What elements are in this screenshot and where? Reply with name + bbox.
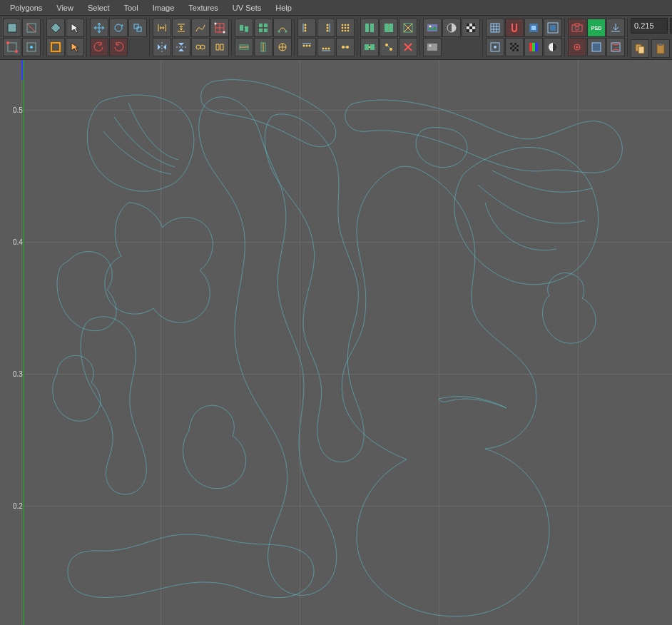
svg-rect-9 (134, 24, 138, 29)
move-sew-edges-button[interactable] (360, 38, 379, 56)
uv-shell (543, 273, 596, 343)
svg-rect-16 (240, 25, 243, 31)
edit-uv-button[interactable] (568, 38, 586, 56)
align-v-max-button[interactable] (317, 38, 335, 56)
svg-rect-7 (51, 43, 60, 51)
toggle-shade-button[interactable] (587, 38, 606, 56)
menu-image[interactable]: Image (146, 1, 182, 14)
pixel-snap-button[interactable] (486, 38, 504, 56)
merge-uv-button[interactable] (380, 38, 398, 56)
uv-shell (81, 317, 146, 494)
svg-point-33 (342, 24, 344, 26)
selection-convert-group (3, 19, 44, 56)
svg-point-48 (342, 46, 345, 49)
toggle-image-button[interactable] (423, 19, 442, 37)
display-alpha-button[interactable] (544, 38, 562, 56)
u-coord-input[interactable] (631, 18, 668, 34)
convert-edge-button[interactable] (22, 19, 41, 37)
svg-point-42 (303, 45, 305, 47)
update-psd-button[interactable] (606, 19, 625, 37)
cut-uv-button[interactable] (360, 19, 379, 37)
rotate-cw-button[interactable] (109, 38, 128, 56)
copy-uv-button[interactable] (631, 39, 649, 58)
toggle-dimmer-button[interactable] (442, 19, 461, 37)
convert-vertex-button[interactable] (3, 38, 21, 56)
relax-button[interactable] (273, 19, 292, 37)
svg-point-45 (322, 48, 325, 50)
display-rgb-button[interactable] (524, 38, 543, 56)
convert-face-button[interactable] (3, 19, 21, 37)
toggle-distortion-button[interactable] (606, 38, 625, 56)
menu-help[interactable]: Help (268, 1, 299, 14)
unfold-v-button[interactable] (254, 38, 273, 56)
menu-select[interactable]: Select (81, 1, 117, 14)
uv-shell (454, 147, 599, 284)
split-uv-button[interactable] (399, 19, 417, 37)
align-group (297, 19, 357, 56)
align-grid-button[interactable] (336, 19, 355, 37)
layout-button[interactable] (254, 19, 273, 37)
mirror-u-button[interactable] (153, 38, 171, 56)
svg-point-12 (215, 23, 217, 25)
svg-point-49 (346, 46, 349, 49)
delete-uv-button[interactable] (399, 38, 417, 56)
isolate-group (486, 19, 565, 56)
sew-uv-button[interactable] (380, 19, 398, 37)
flip-u-button[interactable] (153, 19, 171, 37)
align-v-min-button[interactable] (297, 38, 316, 56)
psd-export-button[interactable]: PSD (587, 19, 606, 37)
menu-tool[interactable]: Tool (117, 1, 146, 14)
toggle-snap-button[interactable] (505, 19, 524, 37)
svg-point-22 (278, 31, 280, 33)
uv-snapshot-button[interactable] (568, 19, 586, 37)
rotate-ccw-button[interactable] (90, 38, 108, 56)
svg-rect-21 (264, 29, 268, 32)
svg-rect-87 (529, 43, 532, 51)
uv-mesh-canvas (21, 60, 672, 625)
menu-view[interactable]: View (49, 1, 81, 14)
smudge-uv-button[interactable] (191, 19, 210, 37)
scale-uv-button[interactable] (128, 19, 147, 37)
menu-polygons[interactable]: Polygons (3, 1, 49, 14)
flip-v-button[interactable] (172, 19, 190, 37)
select-border-button[interactable] (46, 38, 65, 56)
svg-rect-89 (535, 43, 538, 51)
align-u-max-button[interactable] (317, 19, 335, 37)
toggle-filtered-button[interactable] (423, 38, 442, 56)
lattice-uv-button[interactable] (210, 19, 229, 37)
svg-point-71 (429, 45, 432, 47)
uv-shell (416, 128, 467, 168)
move-uv-button[interactable] (90, 19, 108, 37)
uv-shell (183, 405, 245, 488)
rotate-uv-button[interactable] (109, 19, 128, 37)
frame-all-button[interactable] (544, 19, 562, 37)
menu-textures[interactable]: Textures (181, 1, 225, 14)
smudge-alt-button[interactable] (191, 38, 210, 56)
svg-point-28 (305, 27, 307, 29)
uv-viewport[interactable]: 0.5 0.4 0.3 0.2 (0, 60, 672, 625)
select-uv-cursor-button[interactable] (66, 19, 84, 37)
isolate-select-button[interactable] (524, 19, 543, 37)
display-checker-small-button[interactable] (505, 38, 524, 56)
uv-shell (265, 114, 364, 462)
unfold-u-button[interactable] (235, 38, 253, 56)
svg-point-31 (327, 27, 329, 29)
select-shell-button[interactable] (46, 19, 65, 37)
unfold-button[interactable] (235, 19, 253, 37)
select-cursor-uv-button[interactable] (66, 38, 84, 56)
move-sew-button[interactable] (210, 38, 229, 56)
menu-uvsets[interactable]: UV Sets (225, 1, 268, 14)
svg-point-37 (345, 27, 347, 29)
uv-shell (68, 534, 314, 598)
svg-point-46 (325, 48, 327, 50)
convert-uv-button[interactable] (22, 38, 41, 56)
svg-rect-18 (259, 24, 263, 27)
svg-rect-55 (370, 44, 375, 50)
align-u-min-button[interactable] (297, 19, 316, 37)
optimize-button[interactable] (273, 38, 292, 56)
paste-uv-button[interactable] (651, 39, 670, 58)
mirror-v-button[interactable] (172, 38, 190, 56)
toggle-grid-button[interactable] (486, 19, 504, 37)
snap-together-button[interactable] (336, 38, 355, 56)
toggle-checker-button[interactable] (462, 19, 480, 37)
